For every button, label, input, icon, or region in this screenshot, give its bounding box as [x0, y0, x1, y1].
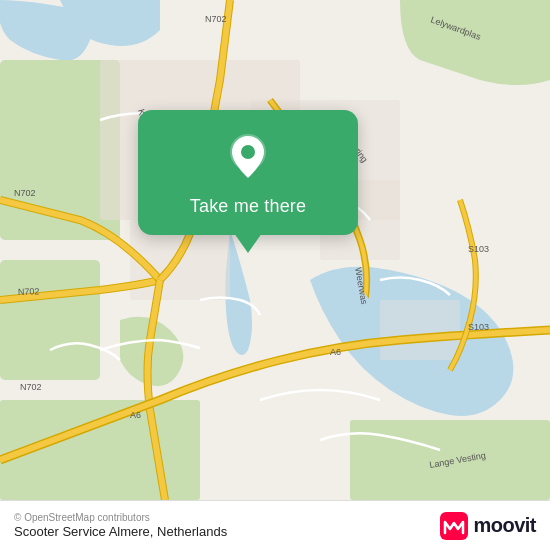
popup-label: Take me there: [190, 196, 306, 217]
footer-bar: © OpenStreetMap contributors Scooter Ser…: [0, 500, 550, 550]
osm-attribution: © OpenStreetMap contributors: [14, 512, 227, 523]
svg-text:N702: N702: [14, 188, 36, 198]
svg-text:A6: A6: [130, 410, 141, 420]
footer-left: © OpenStreetMap contributors Scooter Ser…: [14, 512, 227, 539]
map-container: N702 N702 N702 N702 A6 A6 S103 S103 Lely…: [0, 0, 550, 500]
svg-text:S103: S103: [468, 322, 489, 332]
svg-text:N702: N702: [18, 286, 40, 297]
svg-text:S103: S103: [468, 244, 489, 254]
moovit-logo: moovit: [440, 512, 536, 540]
svg-rect-2: [0, 260, 100, 380]
svg-rect-9: [380, 300, 460, 360]
svg-text:N702: N702: [20, 382, 42, 392]
location-name: Scooter Service Almere, Netherlands: [14, 524, 227, 539]
map-popup[interactable]: Take me there: [138, 110, 358, 235]
svg-text:A6: A6: [330, 347, 341, 357]
svg-point-24: [241, 145, 255, 159]
location-pin-icon: [222, 132, 274, 184]
moovit-text: moovit: [473, 514, 536, 537]
svg-text:N702: N702: [205, 14, 227, 24]
moovit-icon: [440, 512, 468, 540]
